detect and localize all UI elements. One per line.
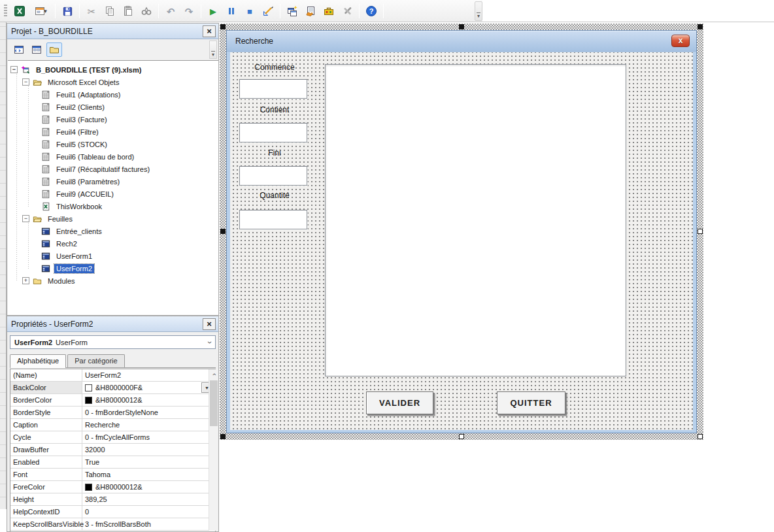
userform-client-area[interactable]: Commence Contient Fini Quantité VALIDER … — [230, 52, 693, 430]
toggle-folders-button[interactable] — [46, 42, 62, 57]
property-row-height[interactable]: Height 389,25 — [10, 493, 215, 506]
properties-scrollbar[interactable]: › — [209, 369, 218, 531]
property-row-helpcontextid[interactable]: HelpContextID 0 — [10, 506, 215, 518]
textbox-commence[interactable] — [239, 79, 307, 99]
copy-button[interactable] — [101, 3, 118, 20]
color-swatch — [85, 484, 92, 491]
expander-icon[interactable]: + — [22, 277, 29, 284]
tree-item-feuil3[interactable]: Feuil3 (Facture) — [8, 113, 218, 125]
reset-button[interactable]: ■ — [241, 3, 258, 20]
tree-item-feuil4[interactable]: Feuil4 (Filtre) — [8, 125, 218, 138]
property-row-enabled[interactable]: Enabled True — [10, 456, 215, 469]
undo-button[interactable]: ↶ — [162, 3, 179, 20]
scroll-up-button[interactable]: › — [209, 369, 218, 379]
tree-item-feuil5[interactable]: Feuil5 (STOCK) — [8, 138, 218, 150]
textbox-quantite[interactable] — [239, 210, 307, 229]
userform-close-button[interactable]: x — [671, 35, 690, 47]
tree-item-project-root[interactable]: − B_BOURDILLE (TEST (9).xlsm) — [8, 63, 218, 76]
tree-item-userform2[interactable]: UserForm2 — [8, 262, 218, 274]
tree-item-excel-objects[interactable]: − Microsoft Excel Objets — [8, 76, 218, 88]
property-row-cycle[interactable]: Cycle 0 - fmCycleAllForms — [10, 431, 215, 444]
property-row-bordercolor[interactable]: BorderColor &H80000012& — [10, 394, 215, 407]
cut-icon: ✂ — [88, 7, 96, 16]
dropdown-caret-icon[interactable]: ▾ — [44, 8, 47, 14]
object-combobox[interactable]: UserForm2 UserForm › — [10, 335, 216, 349]
tree-item-rech2[interactable]: Rech2 — [8, 237, 218, 250]
toolbar-separator — [359, 4, 360, 18]
view-object-button[interactable] — [29, 42, 44, 57]
break-button[interactable] — [223, 3, 240, 20]
selection-handle-top-right[interactable] — [698, 24, 703, 29]
project-close-button[interactable]: × — [203, 25, 216, 37]
tools-button[interactable] — [339, 3, 356, 20]
expander-icon[interactable]: − — [22, 215, 29, 222]
insert-userform-button[interactable]: ▾ — [29, 3, 52, 20]
label-fini[interactable]: Fini — [242, 148, 307, 158]
save-icon — [62, 6, 73, 17]
properties-close-button[interactable]: × — [203, 318, 216, 330]
view-code-button[interactable] — [11, 42, 27, 57]
property-row-name[interactable]: (Name) UserForm2 — [10, 369, 215, 382]
textbox-contient[interactable] — [239, 123, 307, 142]
results-listbox[interactable] — [325, 64, 626, 376]
tab-categorized[interactable]: Par catégorie — [67, 354, 124, 367]
property-row-forecolor[interactable]: ForeColor &H80000012& — [10, 481, 215, 493]
find-button[interactable] — [138, 3, 155, 20]
selection-handle-bottom-right[interactable] — [698, 434, 703, 439]
tree-item-userform1[interactable]: UserForm1 — [8, 250, 218, 262]
tree-item-feuil9[interactable]: Feuil9 (ACCUEIL) — [8, 188, 218, 200]
properties-panel-titlebar[interactable]: Propriétés - UserForm2 × — [7, 316, 218, 332]
selection-handle-middle-right[interactable] — [698, 229, 703, 234]
save-button[interactable] — [59, 3, 76, 20]
selection-handle-top-middle[interactable] — [459, 24, 464, 29]
property-row-borderstyle[interactable]: BorderStyle 0 - fmBorderStyleNone — [10, 407, 215, 419]
design-mode-button[interactable] — [260, 3, 277, 20]
textbox-fini[interactable] — [239, 166, 307, 186]
quitter-button[interactable]: QUITTER — [497, 391, 565, 414]
help-button[interactable] — [363, 3, 380, 20]
redo-button[interactable]: ↷ — [180, 3, 197, 20]
selection-handle-bottom-middle[interactable] — [459, 434, 464, 439]
properties-window-button[interactable] — [302, 3, 319, 20]
run-button[interactable]: ▶ — [205, 3, 222, 20]
toolbox-button[interactable] — [320, 3, 337, 20]
label-quantite[interactable]: Quantité — [242, 191, 307, 200]
property-row-caption[interactable]: Caption Recherche — [10, 419, 215, 431]
tree-item-feuilles-folder[interactable]: − Feuilles — [8, 212, 218, 225]
view-excel-button[interactable] — [11, 3, 28, 20]
expander-icon[interactable]: − — [10, 66, 18, 73]
copy-icon — [104, 5, 116, 17]
project-panel-titlebar[interactable]: Projet - B_BOURDILLE × — [7, 24, 218, 39]
valider-button[interactable]: VALIDER — [366, 391, 433, 414]
tree-item-modules-folder[interactable]: + Modules — [8, 274, 218, 287]
userform-titlebar[interactable]: Recherche x — [227, 31, 696, 52]
paste-button[interactable] — [120, 3, 137, 20]
tree-item-entree-clients[interactable]: Entrée_clients — [8, 225, 218, 237]
tree-item-feuil7[interactable]: Feuil7 (Récapitulatif factures) — [8, 163, 218, 175]
property-row-drawbuffer[interactable]: DrawBuffer 32000 — [10, 444, 215, 456]
folder-open-icon — [32, 214, 42, 224]
selection-handle-top-left[interactable] — [220, 24, 226, 29]
property-row-keepscrollbarsvisible[interactable]: KeepScrollBarsVisible 3 - fmScrollBarsBo… — [10, 518, 215, 531]
tab-alphabetic[interactable]: Alphabétique — [10, 354, 66, 368]
undo-icon: ↶ — [167, 7, 175, 16]
tree-item-feuil1[interactable]: Feuil1 (Adaptations) — [8, 88, 218, 101]
selection-handle-bottom-left[interactable] — [220, 434, 226, 439]
tree-item-feuil6[interactable]: Feuil6 (Tableau de bord) — [8, 150, 218, 163]
project-toolbar-overflow-button[interactable]: ▾ — [209, 41, 217, 59]
chevron-up-icon: › — [209, 373, 217, 376]
property-row-backcolor[interactable]: BackColor &H8000000F& ▼ — [10, 382, 215, 394]
tree-item-feuil8[interactable]: Feuil8 (Paramètres) — [8, 175, 218, 188]
cut-button[interactable]: ✂ — [83, 3, 100, 20]
toolbar-overflow-button[interactable]: ▾ — [475, 1, 482, 21]
tree-item-feuil2[interactable]: Feuil2 (Clients) — [8, 101, 218, 113]
label-commence[interactable]: Commence — [242, 63, 307, 72]
property-row-font[interactable]: Font Tahoma — [10, 469, 215, 481]
project-explorer-button[interactable] — [284, 3, 301, 20]
toolbar-grip[interactable] — [4, 5, 7, 18]
label-contient[interactable]: Contient — [242, 105, 307, 114]
scrollbar-thumb[interactable] — [210, 380, 218, 426]
expander-icon[interactable]: − — [22, 78, 29, 86]
selection-handle-middle-left[interactable] — [220, 229, 226, 234]
tree-item-thisworkbook[interactable]: ThisWorkbook — [8, 200, 218, 212]
